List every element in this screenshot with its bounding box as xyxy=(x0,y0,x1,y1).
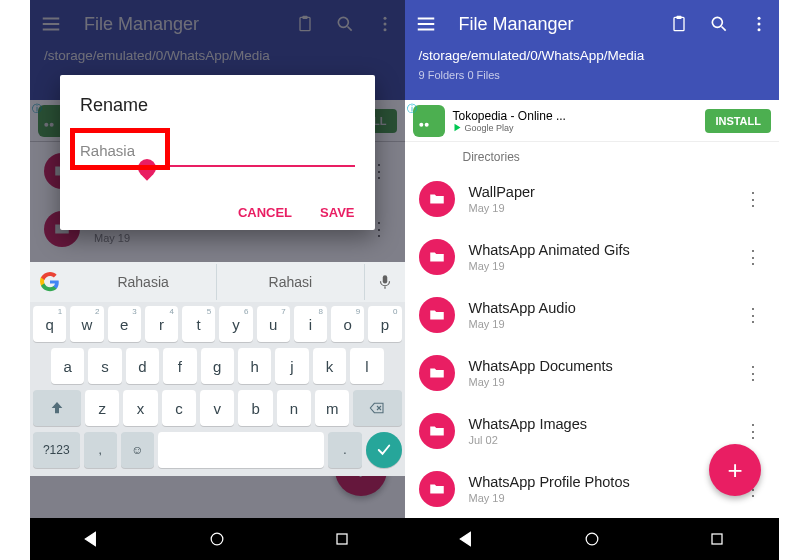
save-button[interactable]: SAVE xyxy=(320,205,354,220)
search-icon[interactable] xyxy=(709,14,729,34)
ad-info-icon: ⓘ xyxy=(407,102,417,116)
android-nav-bar xyxy=(405,518,780,560)
emoji-key[interactable]: ☺ xyxy=(121,432,154,468)
item-overflow-icon[interactable]: ⋮ xyxy=(741,304,765,326)
folder-icon xyxy=(419,181,455,217)
backspace-key[interactable] xyxy=(353,390,401,426)
nav-recents-icon[interactable] xyxy=(707,529,727,549)
key-g[interactable]: g xyxy=(201,348,234,384)
dialog-title: Rename xyxy=(80,95,355,116)
key-b[interactable]: b xyxy=(238,390,272,426)
folder-icon xyxy=(419,239,455,275)
nav-recents-icon[interactable] xyxy=(332,529,352,549)
item-overflow-icon[interactable]: ⋮ xyxy=(741,188,765,210)
keyboard-suggestion-bar: Rahasia Rahasi xyxy=(30,262,405,302)
key-n[interactable]: n xyxy=(277,390,311,426)
ad-thumb-icon xyxy=(413,105,445,137)
ad-title: Tokopedia - Online ... xyxy=(453,109,698,123)
key-y[interactable]: 6y xyxy=(219,306,252,342)
key-m[interactable]: m xyxy=(315,390,349,426)
nav-home-icon[interactable] xyxy=(207,529,227,549)
list-item[interactable]: WhatsApp DocumentsMay 19⋮ xyxy=(405,344,780,402)
key-o[interactable]: 9o xyxy=(331,306,364,342)
key-a[interactable]: a xyxy=(51,348,84,384)
nav-home-icon[interactable] xyxy=(582,529,602,549)
ad-store: Google Play xyxy=(453,123,698,133)
folder-icon xyxy=(419,413,455,449)
phone-left-screenshot: File Mananger /storage/emulated/0/WhatsA… xyxy=(30,0,405,560)
key-z[interactable]: z xyxy=(85,390,119,426)
google-icon[interactable] xyxy=(30,272,70,292)
list-item[interactable]: WhatsApp AudioMay 19⋮ xyxy=(405,286,780,344)
folder-icon xyxy=(419,297,455,333)
comma-key[interactable]: , xyxy=(84,432,117,468)
folder-icon xyxy=(419,355,455,391)
suggestion-option[interactable]: Rahasia xyxy=(70,264,217,300)
rename-input[interactable] xyxy=(80,138,355,167)
path-stats: 9 Folders 0 Files xyxy=(405,69,780,81)
key-q[interactable]: 1q xyxy=(33,306,66,342)
space-key[interactable] xyxy=(158,432,324,468)
item-overflow-icon[interactable]: ⋮ xyxy=(741,420,765,442)
symbols-key[interactable]: ?123 xyxy=(33,432,80,468)
key-w[interactable]: 2w xyxy=(70,306,103,342)
svg-point-15 xyxy=(758,23,761,26)
phone-right-screenshot: File Mananger /storage/emulated/0/WhatsA… xyxy=(405,0,780,560)
svg-point-16 xyxy=(758,28,761,31)
svg-rect-8 xyxy=(382,275,387,283)
app-title: File Mananger xyxy=(459,14,648,35)
svg-rect-11 xyxy=(674,17,684,30)
svg-rect-20 xyxy=(712,534,722,544)
item-overflow-icon[interactable]: ⋮ xyxy=(741,246,765,268)
key-e[interactable]: 3e xyxy=(108,306,141,342)
path-text: /storage/emulated/0/WhatsApp/Media xyxy=(405,48,780,69)
nav-back-icon[interactable] xyxy=(457,529,477,549)
soft-keyboard: 1q2w3e4r5t6y7u8i9o0p asdfghjkl zxcvbnm ?… xyxy=(30,302,405,476)
item-overflow-icon[interactable]: ⋮ xyxy=(741,362,765,384)
list-item[interactable]: WhatsApp Animated GifsMay 19⋮ xyxy=(405,228,780,286)
clipboard-icon[interactable] xyxy=(669,14,689,34)
svg-rect-12 xyxy=(677,16,682,19)
key-f[interactable]: f xyxy=(163,348,196,384)
svg-point-18 xyxy=(424,122,428,126)
menu-icon[interactable] xyxy=(415,13,437,35)
key-i[interactable]: 8i xyxy=(294,306,327,342)
enter-key[interactable] xyxy=(366,432,402,468)
key-l[interactable]: l xyxy=(350,348,383,384)
suggestion-option[interactable]: Rahasi xyxy=(217,264,364,300)
svg-point-17 xyxy=(419,122,423,126)
period-key[interactable]: . xyxy=(328,432,361,468)
svg-point-19 xyxy=(586,533,598,545)
shift-key[interactable] xyxy=(33,390,81,426)
overflow-icon[interactable] xyxy=(749,14,769,34)
key-r[interactable]: 4r xyxy=(145,306,178,342)
key-s[interactable]: s xyxy=(88,348,121,384)
app-bar: File Mananger /storage/emulated/0/WhatsA… xyxy=(405,0,780,100)
mic-icon[interactable] xyxy=(365,273,405,291)
key-k[interactable]: k xyxy=(313,348,346,384)
list-item[interactable]: WallPaperMay 19⋮ xyxy=(405,170,780,228)
cancel-button[interactable]: CANCEL xyxy=(238,205,292,220)
svg-rect-10 xyxy=(337,534,347,544)
key-x[interactable]: x xyxy=(123,390,157,426)
fab-add-button[interactable]: + xyxy=(709,444,761,496)
svg-point-9 xyxy=(211,533,223,545)
nav-back-icon[interactable] xyxy=(82,529,102,549)
key-d[interactable]: d xyxy=(126,348,159,384)
key-u[interactable]: 7u xyxy=(257,306,290,342)
key-t[interactable]: 5t xyxy=(182,306,215,342)
key-p[interactable]: 0p xyxy=(368,306,401,342)
ad-banner[interactable]: ⓘ Tokopedia - Online ... Google Play INS… xyxy=(405,100,780,142)
ad-install-button[interactable]: INSTALL xyxy=(705,109,771,133)
rename-dialog: Rename CANCEL SAVE xyxy=(60,75,375,230)
key-h[interactable]: h xyxy=(238,348,271,384)
key-j[interactable]: j xyxy=(275,348,308,384)
key-v[interactable]: v xyxy=(200,390,234,426)
folder-icon xyxy=(419,471,455,507)
android-nav-bar xyxy=(30,518,405,560)
key-c[interactable]: c xyxy=(162,390,196,426)
section-header: Directories xyxy=(405,142,780,170)
svg-point-14 xyxy=(758,17,761,20)
svg-point-13 xyxy=(712,17,722,27)
